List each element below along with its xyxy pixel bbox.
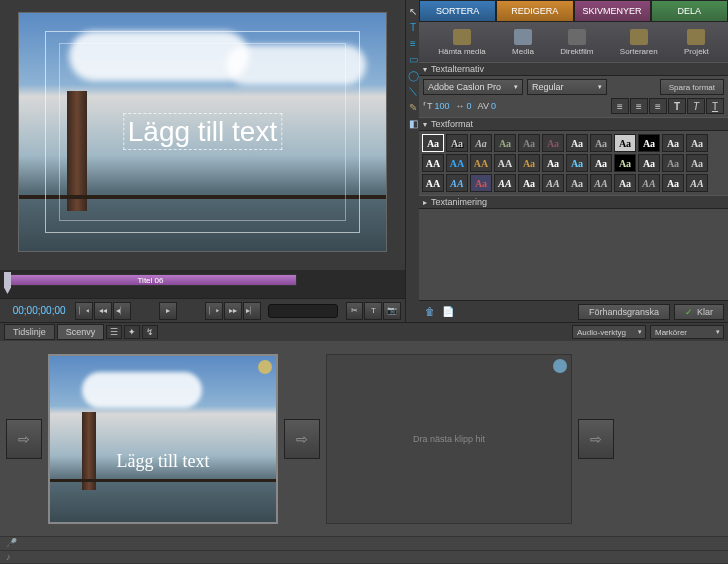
rectangle-tool-icon[interactable]: ▭ — [407, 52, 419, 66]
text-style-item[interactable]: Aa — [470, 134, 492, 152]
text-style-item[interactable]: Aa — [614, 174, 636, 192]
bold-button[interactable]: T — [668, 98, 686, 114]
align-left-button[interactable]: ≡ — [611, 98, 629, 114]
text-style-item[interactable]: Aa — [614, 134, 636, 152]
audio-tools-dropdown[interactable]: Audio-verktyg — [572, 325, 646, 339]
section-textalternativ[interactable]: Textalternativ — [419, 62, 728, 76]
title-safe-toggle[interactable]: T — [364, 302, 382, 320]
tab-sortera[interactable]: SORTERA — [419, 0, 496, 22]
timecode-display[interactable]: 00;00;00;00 — [4, 305, 74, 316]
text-style-item[interactable]: Aa — [686, 134, 708, 152]
text-style-item[interactable]: Aa — [662, 174, 684, 192]
color-tool-icon[interactable]: ◧ — [407, 116, 419, 130]
text-style-item[interactable]: AA — [422, 174, 444, 192]
align-center-button[interactable]: ≡ — [630, 98, 648, 114]
delete-icon[interactable]: 🗑 — [423, 305, 437, 319]
title-clip[interactable]: Titel 06 — [4, 274, 297, 286]
title-text-editable[interactable]: Lägg till text — [123, 116, 282, 148]
mini-timeline[interactable]: Titel 06 — [0, 270, 405, 298]
save-format-button[interactable]: Spara format — [660, 79, 724, 95]
text-style-item[interactable]: Aa — [518, 134, 540, 152]
text-style-item[interactable]: AA — [470, 154, 492, 172]
instant-movie-button[interactable]: Direktfilm — [560, 29, 593, 56]
new-title-icon[interactable]: 📄 — [441, 305, 455, 319]
text-style-item[interactable]: AA — [446, 174, 468, 192]
step-forward-button[interactable]: ⎸▸ — [205, 302, 223, 320]
pen-tool-icon[interactable]: ✎ — [407, 100, 419, 114]
text-tool-icon[interactable]: T — [407, 20, 419, 34]
text-style-item[interactable]: Aa — [638, 134, 660, 152]
playhead[interactable] — [4, 272, 11, 294]
font-size-field[interactable]: ⸢T 100 — [423, 101, 450, 111]
text-style-item[interactable]: Aa — [518, 174, 540, 192]
text-style-item[interactable]: Aa — [638, 154, 660, 172]
text-style-item[interactable]: Aa — [422, 134, 444, 152]
scene-next2-button[interactable]: ⇨ — [578, 419, 614, 459]
text-style-item[interactable]: AA — [638, 174, 660, 192]
effects-icon[interactable]: ✦ — [124, 325, 140, 339]
snapshot-button[interactable]: 📷 — [383, 302, 401, 320]
goto-out-button[interactable]: ▸⎸ — [243, 302, 261, 320]
step-back-button[interactable]: ◂⎸ — [113, 302, 131, 320]
scene-thumbnail[interactable]: Lägg till text — [48, 354, 278, 524]
split-clip-button[interactable]: ✂ — [346, 302, 364, 320]
tab-scenvy[interactable]: Scenvy — [57, 324, 105, 340]
kerning-field[interactable]: ↔ 0 — [456, 101, 472, 111]
scene-prev-button[interactable]: ⇨ — [6, 419, 42, 459]
underline-button[interactable]: T — [706, 98, 724, 114]
vertical-text-tool-icon[interactable]: ≡ — [407, 36, 419, 50]
text-style-item[interactable]: Aa — [566, 134, 588, 152]
text-style-item[interactable]: Aa — [662, 134, 684, 152]
soundtrack-track[interactable]: ♪ — [0, 551, 728, 565]
tab-redigera[interactable]: REDIGERA — [496, 0, 573, 22]
text-style-item[interactable]: Aa — [662, 154, 684, 172]
text-style-item[interactable]: Aa — [446, 134, 468, 152]
media-button[interactable]: Media — [512, 29, 534, 56]
italic-button[interactable]: T — [687, 98, 705, 114]
line-tool-icon[interactable]: ＼ — [407, 84, 419, 98]
transitions-icon[interactable]: ↯ — [142, 325, 158, 339]
timeline-menu-icon[interactable]: ☰ — [106, 325, 122, 339]
tab-dela[interactable]: DELA — [651, 0, 728, 22]
text-style-item[interactable]: Aa — [566, 174, 588, 192]
text-style-item[interactable]: Aa — [518, 154, 540, 172]
organizer-button[interactable]: Sorteraren — [620, 29, 658, 56]
preview-area[interactable]: Lägg till text — [0, 0, 405, 270]
text-style-item[interactable]: Aa — [494, 134, 516, 152]
project-button[interactable]: Projekt — [684, 29, 709, 56]
markers-dropdown[interactable]: Markörer — [650, 325, 724, 339]
fast-forward-button[interactable]: ▸▸ — [224, 302, 242, 320]
narration-track[interactable]: 🎤 — [0, 537, 728, 551]
font-family-dropdown[interactable]: Adobe Caslon Pro — [423, 79, 523, 95]
tab-tidslinje[interactable]: Tidslinje — [4, 324, 55, 340]
text-style-item[interactable]: AA — [422, 154, 444, 172]
leading-field[interactable]: AV 0 — [478, 101, 496, 111]
done-button[interactable]: Klar — [674, 304, 724, 320]
preview-button[interactable]: Förhandsgranska — [578, 304, 670, 320]
section-textanimering[interactable]: Textanimering — [419, 195, 728, 209]
text-style-item[interactable]: Aa — [542, 134, 564, 152]
scene-dropzone[interactable]: Dra nästa klipp hit — [326, 354, 572, 524]
text-style-item[interactable]: AA — [446, 154, 468, 172]
align-right-button[interactable]: ≡ — [649, 98, 667, 114]
text-style-item[interactable]: Aa — [470, 174, 492, 192]
scene-next-button[interactable]: ⇨ — [284, 419, 320, 459]
text-style-item[interactable]: Aa — [590, 154, 612, 172]
text-style-item[interactable]: Aa — [590, 134, 612, 152]
rewind-button[interactable]: ◂◂ — [94, 302, 112, 320]
section-textformat[interactable]: Textformat — [419, 117, 728, 131]
font-weight-dropdown[interactable]: Regular — [527, 79, 607, 95]
text-style-item[interactable]: Aa — [614, 154, 636, 172]
get-media-button[interactable]: Hämta media — [438, 29, 486, 56]
text-style-item[interactable]: Aa — [686, 154, 708, 172]
text-style-item[interactable]: AA — [494, 174, 516, 192]
goto-in-button[interactable]: ⎸◂ — [75, 302, 93, 320]
selection-tool-icon[interactable]: ↖ — [407, 4, 419, 18]
text-style-item[interactable]: AA — [686, 174, 708, 192]
shuttle-slider[interactable] — [268, 304, 338, 318]
text-style-item[interactable]: Aa — [542, 154, 564, 172]
text-style-item[interactable]: AA — [590, 174, 612, 192]
text-style-item[interactable]: Aa — [566, 154, 588, 172]
ellipse-tool-icon[interactable]: ◯ — [407, 68, 419, 82]
text-style-item[interactable]: AA — [494, 154, 516, 172]
